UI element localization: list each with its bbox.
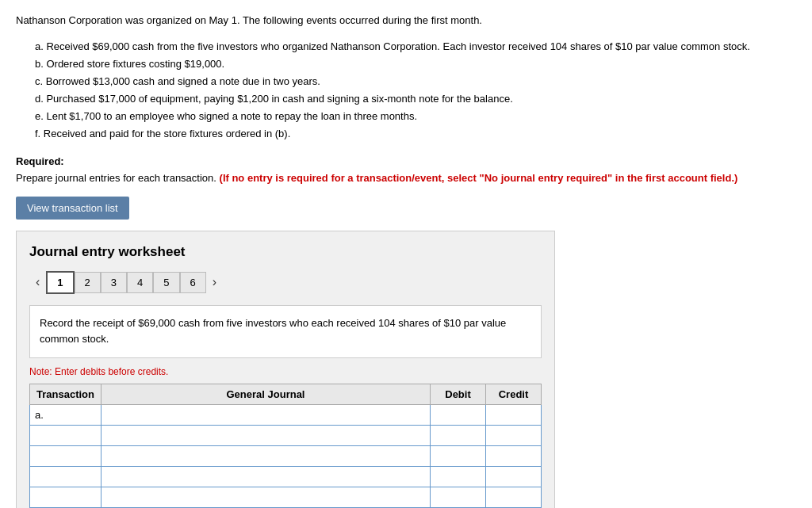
transaction-cell-3 <box>30 446 102 467</box>
table-row <box>30 487 542 508</box>
header-credit: Credit <box>486 384 542 405</box>
general-cell-4[interactable] <box>102 467 431 487</box>
transaction-cell-2 <box>30 426 102 446</box>
transaction-description: Record the receipt of $69,000 cash from … <box>29 305 542 359</box>
credit-cell-2[interactable] <box>486 426 542 446</box>
debit-input-2[interactable] <box>435 427 481 444</box>
table-row <box>30 426 542 446</box>
credit-input-4[interactable] <box>491 468 536 485</box>
header-transaction: Transaction <box>30 384 102 405</box>
general-input-3[interactable] <box>106 448 425 464</box>
event-b: b. Ordered store fixtures costing $19,00… <box>35 55 796 73</box>
event-d: d. Purchased $17,000 of equipment, payin… <box>35 90 796 108</box>
event-e: e. Lent $1,700 to an employee who signed… <box>35 108 796 125</box>
events-list: a. Received $69,000 cash from the five i… <box>35 38 796 143</box>
transaction-cell-5 <box>30 487 102 508</box>
required-section: Required: Prepare journal entries for ea… <box>16 154 796 187</box>
worksheet-container: Journal entry worksheet ‹ 1 2 3 4 5 6 › … <box>16 231 555 508</box>
debit-cell-4[interactable] <box>431 467 486 487</box>
credit-input-1[interactable] <box>491 407 536 423</box>
credit-cell-4[interactable] <box>486 467 542 487</box>
debit-cell-2[interactable] <box>431 426 486 446</box>
view-transaction-button[interactable]: View transaction list <box>16 197 129 220</box>
table-row <box>30 446 542 467</box>
journal-table: Transaction General Journal Debit Credit… <box>29 384 542 508</box>
tab-prev-arrow[interactable]: ‹ <box>29 272 46 292</box>
tab-next-arrow[interactable]: › <box>206 272 223 292</box>
intro-opening: Nathanson Corporation was organized on M… <box>16 13 796 29</box>
table-row <box>30 467 542 487</box>
tab-6[interactable]: 6 <box>180 272 206 293</box>
general-input-4[interactable] <box>106 468 425 485</box>
general-input-2[interactable] <box>106 427 425 444</box>
general-cell-3[interactable] <box>102 446 431 467</box>
credit-input-5[interactable] <box>491 489 536 506</box>
event-f: f. Received and paid for the store fixtu… <box>35 125 796 143</box>
transaction-cell-1: a. <box>30 405 102 426</box>
tab-5[interactable]: 5 <box>153 272 179 293</box>
worksheet-title: Journal entry worksheet <box>29 244 542 260</box>
required-instruction: Prepare journal entries for each transac… <box>16 172 216 184</box>
credit-cell-5[interactable] <box>486 487 542 508</box>
table-row: a. <box>30 405 542 426</box>
debit-cell-3[interactable] <box>431 446 486 467</box>
note-text: Note: Enter debits before credits. <box>29 366 542 377</box>
general-input-5[interactable] <box>106 489 425 506</box>
debit-input-5[interactable] <box>435 489 481 506</box>
debit-input-4[interactable] <box>435 468 481 485</box>
debit-input-3[interactable] <box>435 448 481 464</box>
general-cell-5[interactable] <box>102 487 431 508</box>
tab-3[interactable]: 3 <box>101 272 127 293</box>
general-input-1[interactable] <box>106 407 425 423</box>
general-cell-2[interactable] <box>102 426 431 446</box>
tab-2[interactable]: 2 <box>75 272 101 293</box>
general-cell-1[interactable] <box>102 405 431 426</box>
debit-input-1[interactable] <box>435 407 481 423</box>
debit-cell-1[interactable] <box>431 405 486 426</box>
debit-cell-5[interactable] <box>431 487 486 508</box>
credit-input-3[interactable] <box>491 448 536 464</box>
header-debit: Debit <box>431 384 486 405</box>
credit-input-2[interactable] <box>491 427 536 444</box>
transaction-cell-4 <box>30 467 102 487</box>
tab-1[interactable]: 1 <box>46 271 74 294</box>
tab-navigation: ‹ 1 2 3 4 5 6 › <box>29 271 542 294</box>
event-a: a. Received $69,000 cash from the five i… <box>35 38 796 55</box>
required-label: Required: <box>16 155 64 167</box>
header-general: General Journal <box>102 384 431 405</box>
tab-4[interactable]: 4 <box>127 272 153 293</box>
credit-cell-1[interactable] <box>486 405 542 426</box>
credit-cell-3[interactable] <box>486 446 542 467</box>
event-c: c. Borrowed $13,000 cash and signed a no… <box>35 73 796 90</box>
required-instruction-red: (If no entry is required for a transacti… <box>220 172 738 184</box>
